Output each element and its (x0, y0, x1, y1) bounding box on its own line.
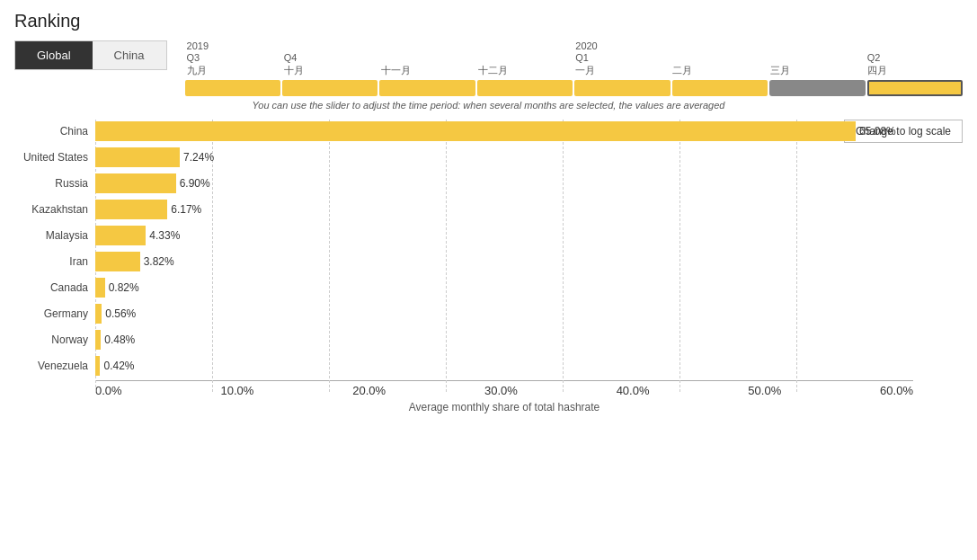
bar-value: 65.08% (859, 125, 896, 138)
bar-track: 0.48% (95, 330, 913, 350)
x-axis-title: Average monthly share of total hashrate (95, 401, 913, 413)
bar-row: Venezuela0.42% (14, 354, 963, 378)
bar-value: 6.17% (171, 203, 201, 216)
bar-value: 0.48% (104, 333, 135, 346)
slider-seg-8 (867, 80, 963, 96)
tab-global[interactable]: Global (15, 41, 93, 69)
q2-label: Q2 (866, 52, 963, 63)
bar-value: 0.42% (103, 360, 134, 372)
bar-row: Norway0.48% (14, 328, 963, 351)
bar-country-label: Norway (14, 333, 95, 346)
bar-chart: China65.08%United States7.24%Russia6.90%… (14, 120, 963, 413)
bar-track: 0.42% (95, 356, 913, 376)
bar-row: Kazakhstan6.17% (14, 198, 963, 221)
bar-country-label: Russia (14, 177, 95, 190)
tab-group: Global China (14, 40, 167, 70)
bar-value: 4.33% (149, 229, 180, 242)
bar-fill (95, 252, 140, 271)
slider-seg-4 (477, 80, 573, 96)
x-tick-40: 40.0% (617, 384, 650, 397)
bar-row: Malaysia4.33% (14, 224, 963, 247)
bar-country-label: Iran (14, 255, 95, 268)
x-tick-20: 20.0% (352, 384, 386, 397)
x-tick-60: 60.0% (880, 384, 913, 397)
month-7: 三月 (768, 64, 866, 77)
bar-track: 3.82% (95, 252, 913, 271)
bar-value: 3.82% (144, 255, 174, 268)
bar-country-label: Kazakhstan (14, 203, 95, 216)
bar-value: 7.24% (183, 151, 214, 164)
bar-track: 7.24% (95, 147, 913, 167)
bar-row: Germany0.56% (14, 302, 963, 325)
bar-row: Canada0.82% (14, 276, 963, 299)
bar-fill (95, 278, 105, 298)
slider-handle-left[interactable] (769, 80, 865, 96)
bars-container: China65.08%United States7.24%Russia6.90%… (14, 120, 963, 378)
bar-row: Iran3.82% (14, 250, 963, 273)
timeline: 2019 2020 Q3 Q4 Q1 Q2 九月 十月 十一月 十二月 一月 二… (185, 40, 963, 96)
bar-track: 6.17% (95, 200, 913, 219)
bar-fill (95, 147, 180, 167)
slider-seg-3 (379, 80, 475, 96)
month-6: 二月 (671, 64, 768, 77)
page-title: Ranking (14, 11, 963, 31)
bar-value: 0.82% (109, 281, 139, 294)
month-3: 十一月 (379, 64, 476, 77)
bar-fill (95, 226, 146, 245)
bar-fill (95, 200, 167, 219)
x-tick-0: 0.0% (95, 384, 122, 397)
q3-label: Q3 (185, 52, 282, 63)
slider-seg-5 (574, 80, 670, 96)
bar-fill (95, 121, 856, 141)
month-2: 十月 (282, 64, 379, 77)
bar-row: Russia6.90% (14, 172, 963, 195)
q4-label: Q4 (282, 52, 379, 63)
bar-country-label: Malaysia (14, 229, 95, 242)
bar-track: 4.33% (95, 226, 913, 245)
x-tick-30: 30.0% (484, 384, 518, 397)
tab-china[interactable]: China (93, 41, 166, 69)
year-2020-label: 2020 (573, 40, 671, 51)
bar-country-label: Germany (14, 307, 95, 320)
slider-seg-6 (672, 80, 768, 96)
month-1: 九月 (185, 64, 282, 77)
bar-fill (95, 173, 176, 193)
x-axis: 0.0% 10.0% 20.0% 30.0% 40.0% 50.0% 60.0% (95, 380, 913, 397)
bar-value: 6.90% (180, 177, 210, 190)
bar-value: 0.56% (105, 307, 136, 320)
bar-fill (95, 356, 100, 376)
bar-track: 6.90% (95, 173, 913, 193)
chart-area: Change to log scale China65.08%United St… (14, 120, 963, 413)
timeline-hint: You can use the slider to adjust the tim… (14, 100, 963, 111)
slider-seg-1 (185, 80, 280, 96)
month-5: 一月 (573, 64, 671, 77)
year-2019-label: 2019 (185, 40, 282, 51)
bar-row: United States7.24% (14, 146, 963, 169)
bar-track: 65.08% (95, 121, 913, 141)
bar-track: 0.56% (95, 304, 913, 324)
slider-seg-2 (282, 80, 377, 96)
bar-country-label: Canada (14, 281, 95, 294)
month-8: 四月 (866, 64, 963, 77)
month-4: 十二月 (476, 64, 573, 77)
q1-label: Q1 (573, 52, 671, 63)
x-tick-10: 10.0% (220, 384, 253, 397)
bar-row: China65.08% (14, 120, 963, 143)
bar-country-label: Venezuela (14, 360, 95, 372)
bar-track: 0.82% (95, 278, 913, 298)
timeline-slider[interactable] (185, 80, 963, 96)
bar-fill (95, 304, 102, 324)
x-tick-50: 50.0% (748, 384, 781, 397)
bar-fill (95, 330, 101, 350)
bar-country-label: United States (14, 151, 95, 164)
bar-country-label: China (14, 125, 95, 138)
